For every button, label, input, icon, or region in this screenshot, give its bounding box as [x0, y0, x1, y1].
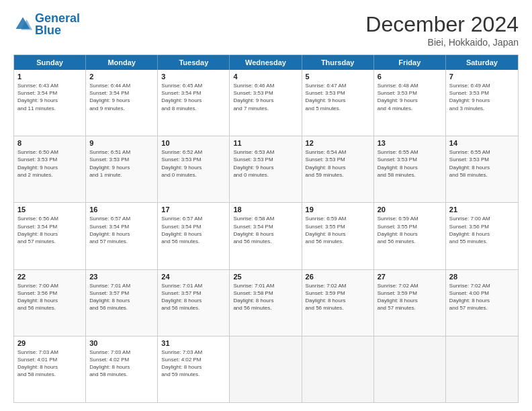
calendar-cell: 5Sunrise: 6:47 AM Sunset: 3:53 PM Daylig… [302, 70, 374, 136]
logo: General Blue [13, 12, 80, 36]
cell-info: Sunrise: 6:57 AM Sunset: 3:54 PM Dayligh… [89, 215, 154, 245]
cell-info: Sunrise: 6:55 AM Sunset: 3:53 PM Dayligh… [378, 148, 442, 179]
calendar-cell: 10Sunrise: 6:52 AM Sunset: 3:53 PM Dayli… [158, 136, 230, 202]
location-subtitle: Biei, Hokkaido, Japan [365, 37, 519, 48]
weekday-header-friday: Friday [374, 55, 446, 70]
cell-info: Sunrise: 6:45 AM Sunset: 3:54 PM Dayligh… [161, 82, 226, 112]
calendar-cell: 15Sunrise: 6:56 AM Sunset: 3:54 PM Dayli… [14, 203, 86, 269]
cell-info: Sunrise: 6:51 AM Sunset: 3:53 PM Dayligh… [89, 148, 154, 179]
month-title: December 2024 [365, 12, 519, 37]
cell-info: Sunrise: 6:55 AM Sunset: 3:53 PM Dayligh… [449, 148, 515, 179]
day-number: 9 [89, 139, 154, 147]
calendar-cell: 16Sunrise: 6:57 AM Sunset: 3:54 PM Dayli… [86, 203, 158, 269]
cell-info: Sunrise: 6:58 AM Sunset: 3:54 PM Dayligh… [233, 215, 298, 245]
cell-info: Sunrise: 6:47 AM Sunset: 3:53 PM Dayligh… [306, 82, 370, 112]
calendar-body: 1Sunrise: 6:43 AM Sunset: 3:54 PM Daylig… [14, 70, 518, 402]
calendar-cell: 28Sunrise: 7:02 AM Sunset: 4:00 PM Dayli… [446, 270, 518, 336]
cell-info: Sunrise: 6:59 AM Sunset: 3:55 PM Dayligh… [378, 215, 442, 245]
logo-icon [13, 15, 32, 34]
calendar-cell: 24Sunrise: 7:01 AM Sunset: 3:57 PM Dayli… [158, 270, 230, 336]
day-number: 20 [378, 205, 442, 214]
day-number: 17 [161, 205, 226, 214]
day-number: 6 [378, 73, 442, 81]
day-number: 22 [17, 273, 82, 281]
day-number: 27 [378, 273, 442, 281]
cell-info: Sunrise: 6:53 AM Sunset: 3:53 PM Dayligh… [233, 148, 298, 179]
day-number: 28 [449, 273, 515, 281]
calendar-cell: 12Sunrise: 6:54 AM Sunset: 3:53 PM Dayli… [302, 136, 374, 202]
day-number: 26 [306, 273, 370, 281]
cell-info: Sunrise: 6:50 AM Sunset: 3:53 PM Dayligh… [17, 148, 82, 179]
cell-info: Sunrise: 7:00 AM Sunset: 3:56 PM Dayligh… [449, 215, 515, 245]
day-number: 29 [17, 339, 82, 347]
calendar-cell: 2Sunrise: 6:44 AM Sunset: 3:54 PM Daylig… [86, 70, 158, 136]
calendar-cell: 7Sunrise: 6:49 AM Sunset: 3:53 PM Daylig… [446, 70, 518, 136]
cell-info: Sunrise: 6:59 AM Sunset: 3:55 PM Dayligh… [306, 215, 370, 245]
weekday-header-monday: Monday [86, 55, 158, 70]
day-number: 14 [449, 139, 515, 147]
calendar-cell: 13Sunrise: 6:55 AM Sunset: 3:53 PM Dayli… [374, 136, 446, 202]
day-number: 15 [17, 205, 82, 214]
weekday-header-sunday: Sunday [14, 55, 86, 70]
calendar-cell [446, 336, 518, 402]
day-number: 12 [306, 139, 370, 147]
calendar-cell: 25Sunrise: 7:01 AM Sunset: 3:58 PM Dayli… [230, 270, 302, 336]
cell-info: Sunrise: 6:43 AM Sunset: 3:54 PM Dayligh… [17, 82, 82, 112]
calendar-cell: 20Sunrise: 6:59 AM Sunset: 3:55 PM Dayli… [374, 203, 446, 269]
calendar-cell: 30Sunrise: 7:03 AM Sunset: 4:02 PM Dayli… [86, 336, 158, 402]
cell-info: Sunrise: 6:44 AM Sunset: 3:54 PM Dayligh… [89, 82, 154, 112]
calendar-cell: 17Sunrise: 6:57 AM Sunset: 3:54 PM Dayli… [158, 203, 230, 269]
cell-info: Sunrise: 6:57 AM Sunset: 3:54 PM Dayligh… [161, 215, 226, 245]
cell-info: Sunrise: 7:01 AM Sunset: 3:57 PM Dayligh… [89, 282, 154, 312]
day-number: 3 [161, 73, 226, 81]
calendar-cell [374, 336, 446, 402]
day-number: 10 [161, 139, 226, 147]
cell-info: Sunrise: 6:48 AM Sunset: 3:53 PM Dayligh… [378, 82, 442, 112]
calendar-cell: 3Sunrise: 6:45 AM Sunset: 3:54 PM Daylig… [158, 70, 230, 136]
weekday-header-thursday: Thursday [302, 55, 374, 70]
day-number: 23 [89, 273, 154, 281]
logo-text: General Blue [35, 12, 80, 36]
calendar-row-1: 1Sunrise: 6:43 AM Sunset: 3:54 PM Daylig… [14, 70, 518, 136]
cell-info: Sunrise: 7:03 AM Sunset: 4:02 PM Dayligh… [161, 349, 226, 379]
cell-info: Sunrise: 6:54 AM Sunset: 3:53 PM Dayligh… [306, 148, 370, 179]
calendar-cell: 11Sunrise: 6:53 AM Sunset: 3:53 PM Dayli… [230, 136, 302, 202]
day-number: 13 [378, 139, 442, 147]
calendar-cell [302, 336, 374, 402]
calendar-cell: 29Sunrise: 7:03 AM Sunset: 4:01 PM Dayli… [14, 336, 86, 402]
day-number: 31 [161, 339, 226, 347]
cell-info: Sunrise: 7:02 AM Sunset: 3:59 PM Dayligh… [306, 282, 370, 312]
calendar-cell: 14Sunrise: 6:55 AM Sunset: 3:53 PM Dayli… [446, 136, 518, 202]
cell-info: Sunrise: 7:03 AM Sunset: 4:01 PM Dayligh… [17, 349, 82, 379]
calendar-cell: 4Sunrise: 6:46 AM Sunset: 3:53 PM Daylig… [230, 70, 302, 136]
cell-info: Sunrise: 7:03 AM Sunset: 4:02 PM Dayligh… [89, 349, 154, 379]
cell-info: Sunrise: 7:00 AM Sunset: 3:56 PM Dayligh… [17, 282, 82, 312]
calendar-row-5: 29Sunrise: 7:03 AM Sunset: 4:01 PM Dayli… [14, 336, 518, 402]
day-number: 11 [233, 139, 298, 147]
header: General Blue December 2024 Biei, Hokkaid… [13, 12, 519, 48]
logo-blue: Blue [35, 24, 61, 37]
page: General Blue December 2024 Biei, Hokkaid… [0, 0, 532, 411]
calendar-cell: 23Sunrise: 7:01 AM Sunset: 3:57 PM Dayli… [86, 270, 158, 336]
calendar-cell: 6Sunrise: 6:48 AM Sunset: 3:53 PM Daylig… [374, 70, 446, 136]
weekday-header-saturday: Saturday [446, 55, 518, 70]
calendar-row-2: 8Sunrise: 6:50 AM Sunset: 3:53 PM Daylig… [14, 136, 518, 202]
day-number: 1 [17, 73, 82, 81]
day-number: 16 [89, 205, 154, 214]
calendar-cell: 8Sunrise: 6:50 AM Sunset: 3:53 PM Daylig… [14, 136, 86, 202]
day-number: 21 [449, 205, 515, 214]
day-number: 7 [449, 73, 515, 81]
calendar-cell: 1Sunrise: 6:43 AM Sunset: 3:54 PM Daylig… [14, 70, 86, 136]
calendar-row-3: 15Sunrise: 6:56 AM Sunset: 3:54 PM Dayli… [14, 202, 518, 269]
calendar-row-4: 22Sunrise: 7:00 AM Sunset: 3:56 PM Dayli… [14, 269, 518, 336]
day-number: 5 [306, 73, 370, 81]
calendar-cell: 27Sunrise: 7:02 AM Sunset: 3:59 PM Dayli… [374, 270, 446, 336]
day-number: 30 [89, 339, 154, 347]
calendar-cell [230, 336, 302, 402]
cell-info: Sunrise: 6:52 AM Sunset: 3:53 PM Dayligh… [161, 148, 226, 179]
cell-info: Sunrise: 7:01 AM Sunset: 3:58 PM Dayligh… [233, 282, 298, 312]
day-number: 25 [233, 273, 298, 281]
calendar-cell: 31Sunrise: 7:03 AM Sunset: 4:02 PM Dayli… [158, 336, 230, 402]
day-number: 2 [89, 73, 154, 81]
cell-info: Sunrise: 7:01 AM Sunset: 3:57 PM Dayligh… [161, 282, 226, 312]
